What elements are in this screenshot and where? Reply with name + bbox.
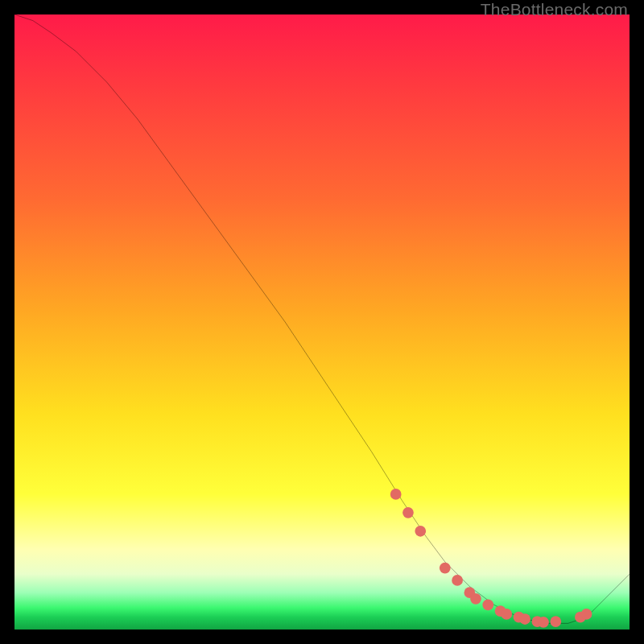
curve-marker: [501, 609, 512, 620]
curve-marker: [440, 563, 451, 574]
curve-markers: [390, 489, 592, 628]
curve-marker: [550, 616, 561, 627]
curve-group: [14, 14, 630, 623]
curve-marker: [482, 600, 493, 611]
curve-marker: [452, 575, 463, 586]
curve-marker: [581, 609, 592, 620]
curve-marker: [470, 593, 481, 605]
curve-layer: [14, 14, 630, 630]
curve-marker: [402, 507, 414, 518]
bottleneck-curve: [14, 14, 630, 623]
plot-area: [14, 14, 630, 630]
curve-marker: [538, 617, 549, 628]
chart-stage: TheBottleneck.com: [0, 0, 644, 644]
curve-marker: [390, 489, 402, 500]
curve-marker: [519, 613, 530, 625]
watermark-text: TheBottleneck.com: [481, 0, 628, 19]
curve-marker: [415, 526, 426, 537]
